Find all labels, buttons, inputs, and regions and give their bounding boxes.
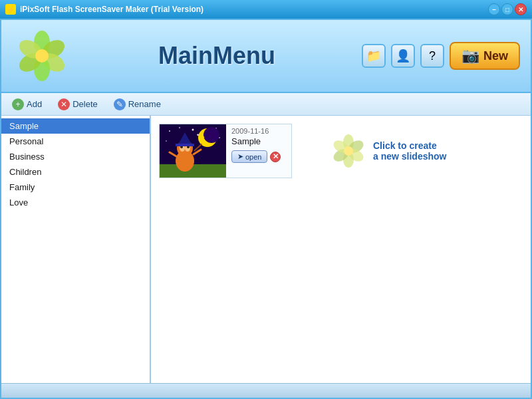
create-text-line1: Click to create: [373, 140, 446, 151]
svg-point-6: [35, 49, 49, 63]
svg-text:✦: ✦: [196, 133, 200, 137]
create-icon: [332, 134, 365, 168]
sidebar-item-children[interactable]: Children: [1, 164, 150, 180]
sidebar-item-sample[interactable]: Sample: [1, 118, 150, 134]
folder-button[interactable]: 📁: [362, 44, 386, 68]
card-actions: ➤ open ✕: [231, 150, 286, 163]
header: MainMenu 📁 👤 ? 📷 New: [1, 20, 531, 93]
slideshow-card: ✦ ✦ 2009-11-16 Sample ➤: [159, 124, 292, 178]
title-bar-controls: – □ ✕: [488, 3, 527, 15]
delete-button[interactable]: ✕ Delete: [55, 97, 100, 112]
user-button[interactable]: 👤: [391, 44, 415, 68]
card-date: 2009-11-16: [231, 127, 286, 135]
title-bar-left: ⚡ iPixSoft Flash ScreenSaver Maker (Tria…: [5, 4, 203, 15]
main-panel: ✦ ✦ 2009-11-16 Sample ➤: [151, 116, 531, 383]
delete-label: Delete: [72, 99, 98, 109]
window-title: iPixSoft Flash ScreenSaver Maker (Trial …: [20, 5, 203, 14]
svg-point-13: [166, 140, 167, 142]
add-label: Add: [27, 99, 42, 109]
new-button[interactable]: 📷 New: [450, 42, 520, 70]
main-container: MainMenu 📁 👤 ? 📷 New + Add ✕ Delete ✎ Re…: [0, 19, 532, 399]
header-buttons: 📁 👤 ? 📷 New: [362, 42, 520, 70]
sidebar-item-family[interactable]: Family: [1, 180, 150, 195]
svg-point-9: [179, 127, 180, 128]
title-bar: ⚡ iPixSoft Flash ScreenSaver Maker (Tria…: [0, 0, 532, 19]
create-text: Click to create a new slideshow: [373, 140, 446, 162]
open-arrow-icon: ➤: [237, 152, 243, 161]
rename-button[interactable]: ✎ Rename: [111, 97, 164, 112]
close-button[interactable]: ✕: [515, 3, 527, 15]
card-info: 2009-11-16 Sample ➤ open ✕: [226, 124, 291, 166]
svg-point-38: [344, 146, 353, 156]
header-logo: [12, 26, 72, 86]
create-hint[interactable]: Click to create a new slideshow: [332, 134, 446, 168]
logo-icon: [15, 29, 68, 82]
sidebar-item-love[interactable]: Love: [1, 195, 150, 210]
svg-point-10: [192, 129, 194, 131]
rename-icon: ✎: [114, 98, 126, 110]
svg-rect-25: [176, 144, 194, 146]
new-button-label: New: [483, 49, 508, 63]
create-text-line2: a new slideshow: [373, 151, 446, 162]
status-bar: [1, 383, 531, 398]
camera-icon: 📷: [462, 47, 479, 65]
content-area: Sample Personal Business Children Family…: [1, 116, 531, 383]
header-title: MainMenu: [72, 42, 362, 70]
card-thumbnail: ✦ ✦: [160, 124, 226, 178]
svg-point-27: [201, 140, 205, 144]
thumbnail-art: ✦ ✦: [160, 124, 226, 178]
add-icon: +: [12, 98, 24, 110]
sidebar-item-personal[interactable]: Personal: [1, 134, 150, 149]
add-button[interactable]: + Add: [9, 97, 45, 112]
open-label: open: [245, 153, 261, 161]
delete-card-button[interactable]: ✕: [270, 152, 281, 162]
minimize-button[interactable]: –: [488, 3, 500, 15]
app-icon: ⚡: [5, 4, 16, 15]
content-row: ✦ ✦ 2009-11-16 Sample ➤: [159, 124, 523, 178]
svg-point-8: [169, 130, 170, 132]
card-name: Sample: [231, 136, 286, 146]
help-button[interactable]: ?: [420, 44, 444, 68]
open-button[interactable]: ➤ open: [231, 150, 267, 163]
create-flower-icon: [332, 134, 365, 168]
sidebar-item-business[interactable]: Business: [1, 149, 150, 164]
maximize-button[interactable]: □: [501, 3, 513, 15]
rename-label: Rename: [128, 99, 161, 109]
toolbar: + Add ✕ Delete ✎ Rename: [1, 93, 531, 116]
svg-point-16: [203, 127, 219, 143]
delete-icon: ✕: [58, 98, 70, 110]
svg-text:✦: ✦: [201, 134, 205, 140]
sidebar: Sample Personal Business Children Family…: [1, 116, 151, 383]
